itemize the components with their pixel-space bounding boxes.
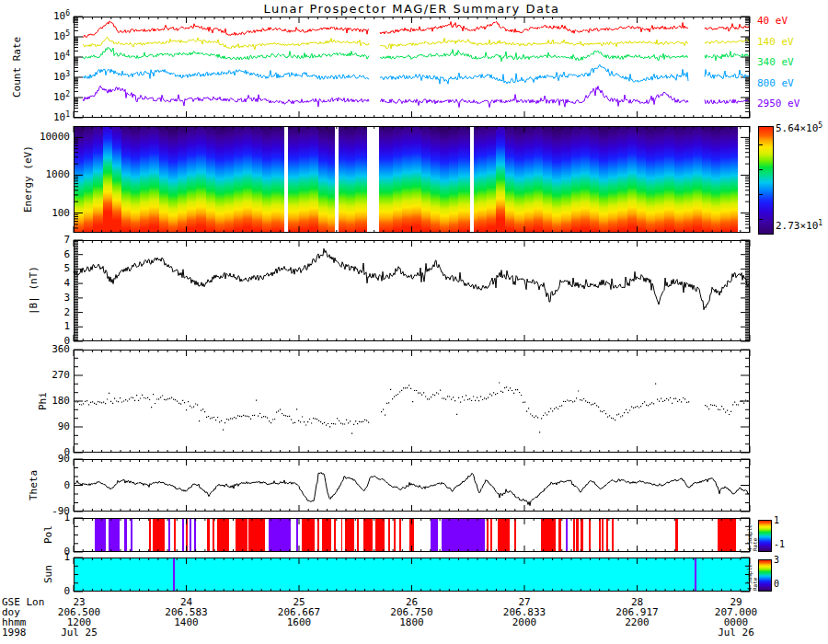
- mini-colorbar-sun-min: 0: [774, 579, 779, 589]
- series-140eV: [83, 38, 749, 50]
- sun-side-label: 4 Sample Rate: [747, 558, 758, 591]
- x-axis-label-hhmm: 1600: [258, 616, 340, 628]
- legend-item-800-ev: 800 eV: [757, 77, 794, 89]
- colorbar-tick: [759, 169, 763, 170]
- bmag-axis-title: |B| (nT): [28, 240, 40, 341]
- lunar-prospector-summary-figure: Lunar Prospector MAG/ER Summary Data GSE…: [0, 0, 828, 644]
- y-tick-label: 10000: [0, 131, 70, 143]
- y-tick-label: 100: [0, 207, 70, 219]
- series-phi: [74, 383, 750, 433]
- panel-count-rate: [74, 17, 750, 118]
- colorbar-tick: [759, 219, 763, 220]
- colorbar-min-label: 2.73×101: [776, 220, 822, 232]
- legend-item-340-ev: 340 eV: [757, 56, 794, 68]
- mini-colorbar-pol: [758, 520, 772, 552]
- x-axis-label-date: Jul 25: [38, 627, 121, 638]
- phi-axis-title: Phi: [37, 350, 49, 453]
- series-bmag: [74, 248, 749, 310]
- x-axis-label-hhmm: 2000: [483, 616, 566, 628]
- x-axis-label-date: Jul 26: [695, 627, 777, 638]
- y-tick-label: 360: [0, 343, 70, 355]
- y-tick-label: 1000: [0, 168, 70, 180]
- x-axis-label-hhmm: 1400: [145, 616, 228, 628]
- colorbar-tick: [759, 144, 763, 145]
- legend-item-140-ev: 140 eV: [757, 36, 794, 48]
- count-rate-axis-title: Count Rate: [11, 17, 23, 118]
- y-tick-label: 270: [0, 369, 70, 381]
- pol-axis-title: Pol: [42, 518, 54, 552]
- page-title: Lunar Prospector MAG/ER Summary Data: [74, 2, 750, 16]
- series-theta: [74, 472, 749, 505]
- colorbar-max-label: 5.64×105: [776, 122, 822, 134]
- legend-item-40-ev: 40 eV: [757, 15, 788, 27]
- panel-pol-frame: [74, 518, 750, 552]
- series-800eV: [83, 64, 749, 84]
- x-axis-row-header-year: 1998: [2, 627, 27, 638]
- pol-side-label: 4 Sample Rate: [747, 519, 758, 551]
- series-340eV: [83, 48, 749, 62]
- panel-bmag: [74, 240, 750, 341]
- panel-phi: [74, 350, 750, 453]
- series-40eV: [83, 21, 749, 38]
- mini-colorbar-sun-max: 3: [774, 555, 779, 565]
- x-axis-label-hhmm: 2200: [596, 616, 679, 628]
- series-2950eV: [83, 86, 749, 107]
- colorbar-tick: [759, 194, 763, 195]
- energy-axis-title: Energy (eV): [22, 126, 34, 233]
- y-tick-label: 1: [0, 551, 70, 563]
- panel-spectrogram-frame: [74, 126, 750, 233]
- panel-sun-frame: [74, 558, 750, 592]
- y-tick-label: 90: [0, 420, 70, 432]
- sun-axis-title: Sun: [42, 558, 54, 592]
- y-tick-label: 180: [0, 395, 70, 407]
- x-axis-label-hhmm: 1800: [371, 616, 454, 628]
- theta-axis-title: Theta: [28, 459, 40, 512]
- mini-colorbar-pol-max: 1: [774, 515, 779, 525]
- panel-theta: [74, 459, 750, 512]
- legend-item-2950-ev: 2950 eV: [757, 98, 799, 109]
- mini-colorbar-sun: [758, 559, 772, 592]
- y-tick-label: 1: [0, 512, 70, 523]
- mini-colorbar-pol-min: -1: [774, 539, 785, 549]
